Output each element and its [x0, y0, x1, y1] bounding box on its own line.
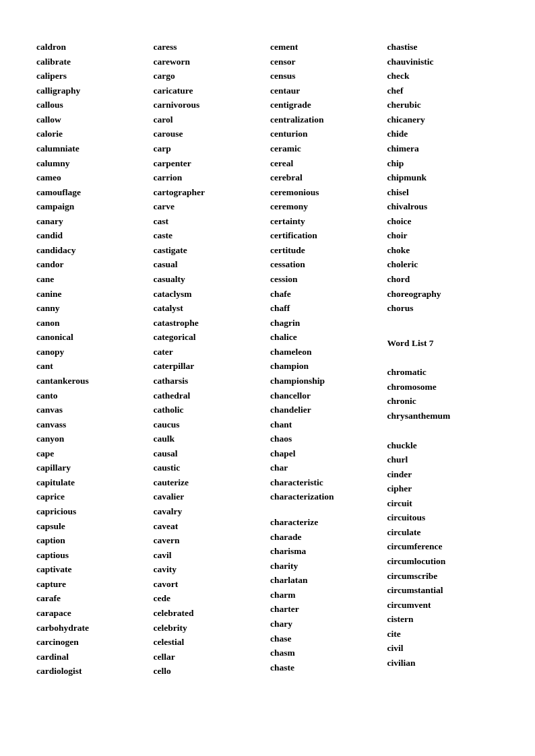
word-item: caricature — [154, 84, 265, 98]
word-item: circumscribe — [387, 570, 499, 583]
word-item: chromosome — [387, 380, 499, 394]
word-item: cast — [154, 215, 265, 228]
word-item: chisel — [387, 186, 499, 199]
word-item: cavern — [154, 534, 265, 547]
word-item: chicanery — [387, 113, 499, 127]
word-item: caste — [154, 229, 265, 242]
word-item: chrysanthemum — [387, 409, 499, 423]
word-item: canopy — [36, 345, 148, 359]
word-item: check — [387, 69, 499, 83]
column-2: caresscareworncargocaricaturecarnivorous… — [151, 40, 268, 678]
word-item: callow — [36, 113, 148, 127]
word-item: caveat — [154, 520, 265, 533]
word-item: caterpillar — [154, 359, 265, 373]
word-item: caulk — [154, 432, 265, 446]
word-item: cherubic — [387, 98, 499, 112]
word-item: carol — [154, 113, 265, 127]
column-1: caldroncalibratecaliperscalligraphycallo… — [34, 40, 151, 678]
word-item: civil — [387, 642, 499, 655]
word-item: caress — [154, 40, 265, 54]
word-item: cardinal — [36, 650, 148, 664]
word-item: celebrity — [154, 621, 265, 635]
word-item: capillary — [36, 461, 148, 475]
word-item: calibrate — [36, 55, 148, 69]
word-item: careworn — [154, 55, 265, 69]
word-item: callous — [36, 98, 148, 112]
word-item: characterize — [270, 516, 382, 529]
word-item: cathedral — [154, 389, 265, 403]
word-item: capture — [36, 578, 148, 591]
word-item: cession — [270, 273, 382, 286]
word-item: carnivorous — [154, 98, 265, 112]
word-item: canine — [36, 287, 148, 301]
word-item: cavil — [154, 549, 265, 562]
word-item: choke — [387, 244, 499, 257]
word-item: cello — [154, 664, 265, 678]
word-item: carouse — [154, 127, 265, 141]
word-item: canvas — [36, 403, 148, 417]
word-item: chorus — [387, 302, 499, 315]
word-item: champion — [270, 359, 382, 373]
word-item: cavalry — [154, 505, 265, 518]
word-grid: caldroncalibratecaliperscalligraphycallo… — [34, 40, 501, 678]
word-item: carafe — [36, 592, 148, 605]
word-item: charlatan — [270, 574, 382, 587]
word-item: canto — [36, 389, 148, 403]
word-item: capitulate — [36, 476, 148, 489]
word-item: certainty — [270, 215, 382, 228]
word-item: caustic — [154, 461, 265, 475]
word-item: cape — [36, 447, 148, 460]
word-item: certitude — [270, 244, 382, 257]
word-item: cement — [270, 40, 382, 54]
spacer — [387, 351, 499, 364]
word-item: chancellor — [270, 389, 382, 403]
word-item: calorie — [36, 127, 148, 141]
word-item: candidacy — [36, 244, 148, 257]
word-item: carapace — [36, 607, 148, 620]
word-item: chafe — [270, 287, 382, 301]
word-item: ceremonious — [270, 186, 382, 199]
word-item: ceramic — [270, 142, 382, 156]
word-item: celestial — [154, 635, 265, 649]
word-item: chord — [387, 273, 499, 286]
word-item: choice — [387, 215, 499, 228]
word-item: chauvinistic — [387, 55, 499, 69]
word-item: calumny — [36, 157, 148, 170]
word-item: captious — [36, 549, 148, 562]
word-item: cede — [154, 592, 265, 605]
word-item: calumniate — [36, 142, 148, 156]
word-item: chase — [270, 632, 382, 646]
word-item: chef — [387, 84, 499, 98]
word-item: certification — [270, 229, 382, 242]
word-item: census — [270, 69, 382, 83]
word-item: cinder — [387, 468, 499, 481]
word-item: chasm — [270, 646, 382, 660]
word-item: causal — [154, 447, 265, 460]
word-item: cipher — [387, 482, 499, 495]
word-item: caucus — [154, 418, 265, 432]
word-item: chant — [270, 418, 382, 432]
word-item: circuitous — [387, 511, 499, 524]
word-item: chameleon — [270, 345, 382, 359]
word-item: cater — [154, 345, 265, 359]
word-item: chalice — [270, 331, 382, 344]
word-item: circumference — [387, 540, 499, 553]
word-item: ceremony — [270, 200, 382, 213]
word-item: cerebral — [270, 171, 382, 184]
word-item: chronic — [387, 394, 499, 408]
word-item: candid — [36, 229, 148, 242]
word-item: celebrated — [154, 607, 265, 620]
word-item: casual — [154, 258, 265, 271]
word-item: centaur — [270, 84, 382, 98]
word-item: cartographer — [154, 186, 265, 199]
word-item: castigate — [154, 244, 265, 257]
word-item: canyon — [36, 432, 148, 446]
word-item: cavort — [154, 578, 265, 591]
word-item: carp — [154, 142, 265, 156]
word-item: caprice — [36, 490, 148, 504]
word-item: choir — [387, 229, 499, 242]
word-item: char — [270, 461, 382, 475]
word-item: chivalrous — [387, 200, 499, 213]
word-item: centralization — [270, 113, 382, 127]
word-item: chaff — [270, 302, 382, 315]
